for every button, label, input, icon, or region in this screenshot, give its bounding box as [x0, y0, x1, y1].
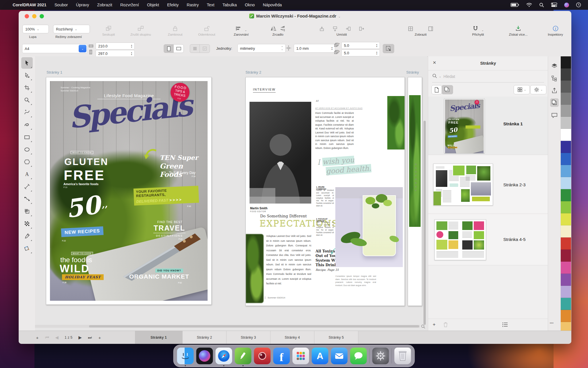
- color-swatch[interactable]: [561, 165, 571, 177]
- spinner-icon[interactable]: ▴▾: [131, 51, 132, 55]
- view-mode-dropdown[interactable]: Rozšířený⌄: [53, 25, 90, 33]
- duplicate-x-field[interactable]: 5.0▴▾: [341, 42, 380, 49]
- color-swatch[interactable]: [561, 117, 571, 129]
- page4-5-thumbnail[interactable]: [434, 219, 486, 260]
- interactive-fill-tool[interactable]: [21, 243, 33, 254]
- landscape-orientation-button[interactable]: [173, 44, 184, 53]
- more-options[interactable]: •••: [550, 321, 554, 325]
- page-view-icon[interactable]: [428, 26, 434, 32]
- zoom-indicator-icon[interactable]: [421, 324, 425, 330]
- dock-mail-icon[interactable]: [331, 348, 348, 364]
- spinner-icon[interactable]: ▴▾: [376, 43, 377, 47]
- add-page-button[interactable]: +: [32, 335, 42, 340]
- page-tab[interactable]: Stránky 1: [135, 331, 183, 344]
- color-swatch[interactable]: [561, 298, 571, 310]
- page-tab[interactable]: Stránky 5: [314, 331, 358, 344]
- export-icon[interactable]: [550, 86, 559, 95]
- crop-tool[interactable]: [21, 82, 33, 93]
- units-dropdown[interactable]: milimetry⌃⌄: [237, 44, 286, 53]
- menu-item[interactable]: Nápověda: [263, 3, 282, 7]
- mirror-vertical-icon[interactable]: [279, 25, 286, 32]
- dock-siri-icon[interactable]: [196, 348, 213, 364]
- color-swatch[interactable]: [561, 80, 571, 93]
- color-swatch[interactable]: [561, 274, 571, 286]
- dock-app-store-icon[interactable]: A: [312, 348, 328, 364]
- color-swatch[interactable]: [561, 105, 571, 117]
- dock-trash-icon[interactable]: [394, 348, 411, 364]
- list-view-button[interactable]: [502, 322, 508, 328]
- dock-coreldraw-icon[interactable]: [235, 348, 252, 364]
- page-1[interactable]: Summer · Cooking MagazineSummer 03/2014 …: [46, 77, 212, 305]
- spinner-icon[interactable]: ▴▾: [376, 51, 377, 55]
- curve-tool[interactable]: [21, 107, 33, 118]
- color-swatch[interactable]: [561, 129, 571, 141]
- treat-as-filled-button[interactable]: [383, 44, 394, 53]
- pages-icon[interactable]: [550, 98, 559, 107]
- menu-item[interactable]: Okno: [245, 3, 255, 7]
- align-button[interactable]: ⌄ Zarovnání: [227, 24, 256, 36]
- page-size-dropdown[interactable]: A4 ⌄: [22, 44, 87, 53]
- drop-shadow-tool[interactable]: [21, 206, 33, 217]
- color-swatch[interactable]: [561, 225, 571, 237]
- grid-view-icon[interactable]: [408, 26, 413, 32]
- ellipse-tool[interactable]: [21, 144, 33, 155]
- comments-icon[interactable]: [550, 111, 559, 120]
- color-swatch[interactable]: [561, 310, 571, 322]
- dock-facebook-icon[interactable]: f: [273, 348, 290, 364]
- color-swatch[interactable]: [561, 177, 571, 189]
- zoom-tool[interactable]: [21, 94, 33, 106]
- menu-item[interactable]: Rozvržení: [120, 3, 139, 7]
- search-icon[interactable]: [539, 3, 544, 7]
- color-swatch[interactable]: [561, 141, 571, 153]
- mirror-buttons[interactable]: Zrcadlo: [262, 24, 294, 36]
- page-item-label[interactable]: Stránka 4-5: [503, 237, 526, 242]
- next-page-button[interactable]: ▶: [75, 335, 85, 340]
- color-swatch[interactable]: [561, 262, 571, 274]
- color-swatch[interactable]: [561, 213, 571, 225]
- page-height-field[interactable]: 297.0▴▾: [96, 50, 135, 57]
- page1-thumbnail[interactable]: Specials FOODTIPS &TRICKS GLUTEN FREE 50…: [444, 99, 485, 153]
- objects-tree-icon[interactable]: [550, 74, 559, 83]
- page-item-2[interactable]: Stránka 2-3: [428, 155, 548, 214]
- facing-pages-view-button[interactable]: [442, 85, 453, 94]
- color-swatch[interactable]: [561, 322, 571, 331]
- wifi-icon[interactable]: [526, 3, 532, 7]
- menu-item[interactable]: Text: [207, 3, 214, 7]
- control-center-icon[interactable]: [551, 3, 557, 7]
- layers-icon[interactable]: [550, 62, 559, 70]
- position-left-icon[interactable]: [345, 26, 351, 32]
- zoom-level-dropdown[interactable]: 100%⌄: [22, 25, 49, 33]
- duplicate-y-field[interactable]: 5.0▴▾: [341, 49, 380, 56]
- spinner-icon[interactable]: ▴▾: [331, 46, 332, 50]
- color-swatch[interactable]: [561, 68, 571, 80]
- inspectors-button[interactable]: i Inspektory: [542, 24, 569, 36]
- page-width-field[interactable]: 210.0▴▾: [96, 43, 135, 49]
- chevron-down-icon[interactable]: ⌄: [439, 75, 441, 78]
- color-swatch[interactable]: [561, 189, 571, 201]
- nudge-field[interactable]: 1.0 mm▴▾: [294, 44, 335, 53]
- polygon-tool[interactable]: [21, 156, 33, 168]
- vertical-scrollbar[interactable]: [423, 121, 426, 325]
- search-input[interactable]: [443, 74, 544, 79]
- color-swatch[interactable]: [561, 237, 571, 250]
- position-bottom-icon[interactable]: [332, 26, 338, 32]
- shape-tool[interactable]: [21, 70, 33, 81]
- menu-item[interactable]: Rastry: [187, 3, 199, 7]
- pick-tool[interactable]: [21, 57, 33, 69]
- page2-3-thumbnail[interactable]: [433, 164, 493, 206]
- menu-item[interactable]: CorelDRAW 2021: [13, 3, 47, 7]
- dock-messages-icon[interactable]: [350, 348, 367, 364]
- add-page-button[interactable]: +: [95, 335, 105, 340]
- menu-item[interactable]: Zobrazit: [97, 3, 112, 7]
- dock-launchpad-icon[interactable]: [293, 348, 309, 364]
- menu-item[interactable]: Efekty: [167, 3, 179, 7]
- position-buttons[interactable]: Umístit: [303, 24, 380, 36]
- page-tab[interactable]: Stránky 4: [270, 331, 314, 344]
- title-chevron-icon[interactable]: ⌄: [338, 15, 341, 18]
- portrait-orientation-button[interactable]: [164, 44, 174, 53]
- last-page-button[interactable]: ⏭: [85, 335, 95, 340]
- color-swatch[interactable]: [561, 56, 571, 68]
- clock-icon[interactable]: [576, 2, 581, 7]
- connector-tool[interactable]: [21, 193, 33, 205]
- add-page-button[interactable]: +: [433, 322, 436, 327]
